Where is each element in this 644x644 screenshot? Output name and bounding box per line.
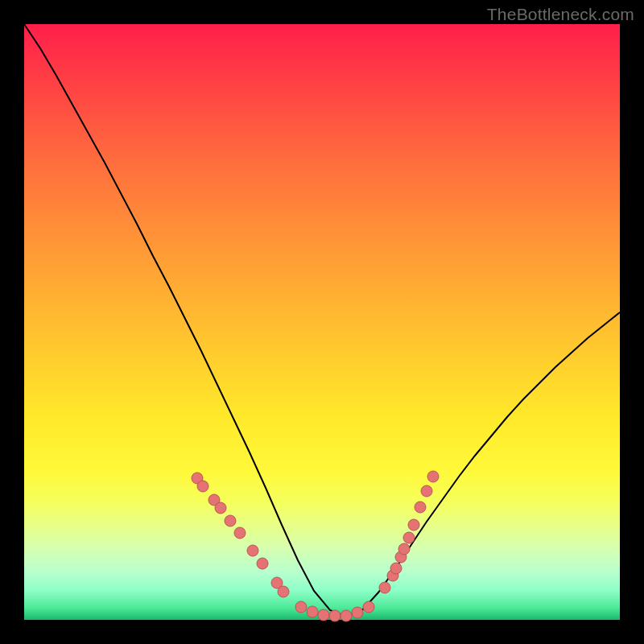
- data-points-group: [192, 471, 439, 621]
- data-point: [427, 471, 439, 482]
- data-point: [421, 485, 432, 497]
- data-point: [403, 532, 415, 543]
- data-point: [341, 610, 352, 621]
- data-point: [257, 558, 268, 569]
- data-point: [318, 609, 329, 621]
- data-point: [329, 610, 341, 621]
- data-point: [390, 563, 402, 574]
- data-point: [225, 515, 236, 526]
- bottleneck-curve: [24, 24, 620, 617]
- data-point: [363, 601, 374, 613]
- data-point: [234, 527, 246, 539]
- data-point: [415, 502, 426, 513]
- data-point: [197, 481, 208, 492]
- watermark-text: TheBottleneck.com: [487, 5, 634, 24]
- data-point: [379, 582, 390, 593]
- data-point: [295, 601, 307, 613]
- chart-overlay: [24, 24, 620, 620]
- chart-frame: TheBottleneck.com: [0, 0, 644, 644]
- data-point: [278, 586, 289, 597]
- data-point: [352, 607, 363, 618]
- data-point: [215, 502, 226, 514]
- data-point: [247, 545, 258, 556]
- data-point: [398, 543, 410, 555]
- data-point: [307, 606, 318, 617]
- data-point: [408, 519, 419, 530]
